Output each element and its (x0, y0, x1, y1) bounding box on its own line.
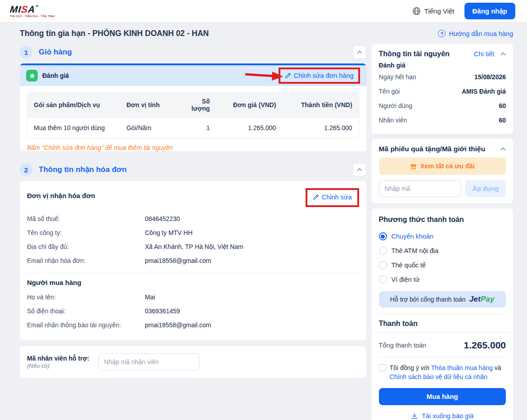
pencil-icon (285, 72, 291, 79)
misa-logo-tagline: TIN CẬY - TIỆN ÍCH - TẬN TÌNH (10, 15, 55, 18)
apply-voucher-button[interactable]: Áp dụng (465, 180, 506, 197)
resources-title: Thông tin tài nguyên (379, 50, 474, 58)
purchase-agreement-link[interactable]: Thỏa thuận mua hàng (431, 364, 493, 371)
divider (27, 273, 359, 273)
cart-note: Bấm "Chỉnh sửa đơn hàng" để mua thêm tài… (27, 144, 359, 151)
voucher-code-input[interactable] (379, 180, 462, 197)
cell-quantity: 1 (176, 117, 216, 138)
jetpay-logo: JetPay (469, 295, 495, 304)
resources-card: Thông tin tài nguyên Chi tiết Đánh giá N… (372, 44, 513, 134)
star-icon (26, 70, 38, 81)
support-code-input[interactable] (98, 353, 199, 370)
support-code-sublabel: (Nếu có) (27, 362, 50, 369)
cell-amount: 1.265.000 (282, 117, 358, 138)
resources-detail-link[interactable]: Chi tiết (474, 50, 494, 58)
edit-invoice-link[interactable]: Chỉnh sửa (313, 194, 352, 201)
cart-table-header-row: Gói sản phẩm/Dịch vụ Đơn vị tính Số lượn… (27, 93, 359, 117)
agree-checkbox[interactable] (379, 364, 386, 371)
resource-row-users: Người dùng 60 (379, 99, 506, 113)
edit-invoice-label: Chỉnh sửa (322, 194, 352, 201)
radio-icon (379, 275, 387, 284)
col-unit: Đơn vị tính (120, 93, 176, 117)
download-icon (411, 412, 418, 420)
cell-product: Mua thêm 10 người dùng (27, 117, 120, 138)
page-title: Thông tin gia hạn - PHÒNG KINH DOANH 02 … (20, 29, 209, 38)
radio-icon (379, 261, 387, 269)
download-quote-link[interactable]: Tải xuống báo giá (379, 405, 506, 420)
edit-order-label: Chỉnh sửa đơn hàng (294, 72, 354, 79)
login-button[interactable]: Đăng nhập (464, 3, 516, 19)
privacy-policy-link[interactable]: Chính sách bảo vệ dữ liệu cá nhân (390, 373, 487, 380)
field-company-name: Tên công ty: Công ty MTV HH (27, 226, 359, 239)
payment-method-international-card[interactable]: Thẻ quốc tế (379, 258, 506, 272)
language-label: Tiếng Việt (424, 7, 455, 15)
support-code-label: Mã nhân viên hỗ trợ: (27, 355, 89, 362)
checkout-page: MISA® TIN CẬY - TIỆN ÍCH - TẬN TÌNH Tiến… (0, 0, 527, 420)
cart-section-title: Giỏ hàng (39, 48, 347, 57)
field-notify-email: Email nhận thông báo tài nguyên: pmai185… (27, 318, 359, 332)
cart-table: Gói sản phẩm/Dịch vụ Đơn vị tính Số lượn… (27, 92, 359, 139)
field-phone: Số điện thoại: 0369361459 (27, 304, 359, 318)
cart-collapse-button[interactable] (353, 45, 366, 59)
total-value: 1.265.000 (464, 340, 506, 351)
cart-product-name: Đánh giá (42, 72, 69, 79)
top-bar: MISA® TIN CẬY - TIỆN ÍCH - TẬN TÌNH Tiến… (0, 0, 527, 23)
chevron-up-icon (357, 50, 362, 54)
invoice-unit-heading: Đơn vị nhận hóa đơn (27, 188, 95, 199)
cart-table-row: Mua thêm 10 người dùng Gói/Năm 1 1.265.0… (27, 117, 359, 138)
gateway-banner: Hỗ trợ bởi cổng thanh toán JetPay (379, 291, 506, 307)
cart-section-header: 1 Giỏ hàng (20, 45, 366, 59)
voucher-card: Mã phiếu quà tặng/Mã giới thiệu Xem tất … (372, 139, 513, 203)
purchase-guide-label: Hướng dẫn mua hàng (449, 30, 513, 37)
payment-card: Phương thức thanh toán Chuyển khoản Thẻ … (372, 208, 513, 420)
payment-methods-title: Phương thức thanh toán (379, 216, 506, 224)
misa-logo-word: MISA® (9, 5, 55, 14)
invoice-card: Đơn vị nhận hóa đơn Chỉnh sửa Mã số thuế… (20, 181, 366, 340)
support-code-card: Mã nhân viên hỗ trợ: (Nếu có) (20, 346, 366, 378)
annotation-arrow (244, 70, 284, 81)
chevron-up-icon (357, 168, 362, 172)
pencil-icon (313, 194, 319, 200)
annotation-box-edit: Chỉnh sửa (306, 188, 359, 207)
cell-unit: Gói/Năm (120, 117, 176, 138)
annotation-box-edit-order: Chỉnh sửa đơn hàng (279, 68, 360, 84)
gateway-note: Hỗ trợ bởi cổng thanh toán (390, 296, 466, 303)
question-circle-icon: ? (438, 30, 446, 37)
total-row: Tổng thanh toán 1.265.000 (379, 333, 506, 357)
agree-text: Tôi đồng ý với Thỏa thuận mua hàng và Ch… (390, 363, 506, 382)
agreement-row: Tôi đồng ý với Thỏa thuận mua hàng và Ch… (379, 357, 506, 387)
invoice-section-title: Thông tin nhận hóa đơn (39, 165, 347, 174)
chevron-up-icon[interactable] (500, 52, 506, 56)
step-2-badge: 2 (20, 163, 32, 176)
invoice-collapse-button[interactable] (353, 163, 366, 176)
payment-method-bank-transfer[interactable]: Chuyển khoản (379, 229, 506, 244)
payment-method-atm-card[interactable]: Thẻ ATM nội địa (379, 244, 506, 258)
purchase-guide-link[interactable]: ? Hướng dẫn mua hàng (438, 30, 513, 37)
misa-logo[interactable]: MISA® TIN CẬY - TIỆN ÍCH - TẬN TÌNH (10, 5, 55, 18)
field-invoice-email: Email nhận hóa đơn: pmai18558@gmail.com (27, 253, 359, 267)
col-product: Gói sản phẩm/Dịch vụ (27, 93, 120, 117)
edit-order-link[interactable]: Chỉnh sửa đơn hàng (285, 72, 354, 79)
field-tax-code: Mã số thuế: 0846452230 (27, 212, 359, 226)
download-quote-label: Tải xuống báo giá (422, 412, 473, 420)
language-selector[interactable]: Tiếng Việt (412, 7, 455, 15)
field-address: Địa chỉ đầy đủ: Xã An Khánh, TP Hà Nội, … (27, 239, 359, 253)
voucher-title: Mã phiếu quà tặng/Mã giới thiệu (379, 145, 500, 153)
payment-method-ewallet[interactable]: Ví điện tử (379, 272, 506, 287)
view-all-offers-button[interactable]: Xem tất cả ưu đãi (379, 158, 506, 175)
invoice-section-header: 2 Thông tin nhận hóa đơn (20, 163, 366, 176)
checkout-title: Thanh toán (372, 314, 513, 333)
col-amount: Thành tiền (VND) (282, 93, 358, 117)
radio-selected-icon (379, 232, 387, 240)
globe-icon (412, 7, 421, 15)
radio-icon (379, 247, 387, 255)
col-quantity: Số lượng (176, 93, 216, 117)
cart-card: Đánh giá Chỉnh sửa đơn hàng (20, 63, 366, 151)
chevron-up-icon[interactable] (500, 147, 506, 151)
buy-button[interactable]: Mua hàng (379, 388, 506, 405)
view-all-offers-label: Xem tất cả ưu đãi (420, 163, 475, 170)
buyer-heading: Người mua hàng (27, 279, 359, 286)
resource-row-employees: Nhân viên 60 (379, 113, 506, 127)
resource-row-package: Tên gói AMIS Đánh giá (379, 84, 506, 99)
resource-row-expiry: Ngày hết hạn 15/08/2026 (379, 70, 506, 84)
